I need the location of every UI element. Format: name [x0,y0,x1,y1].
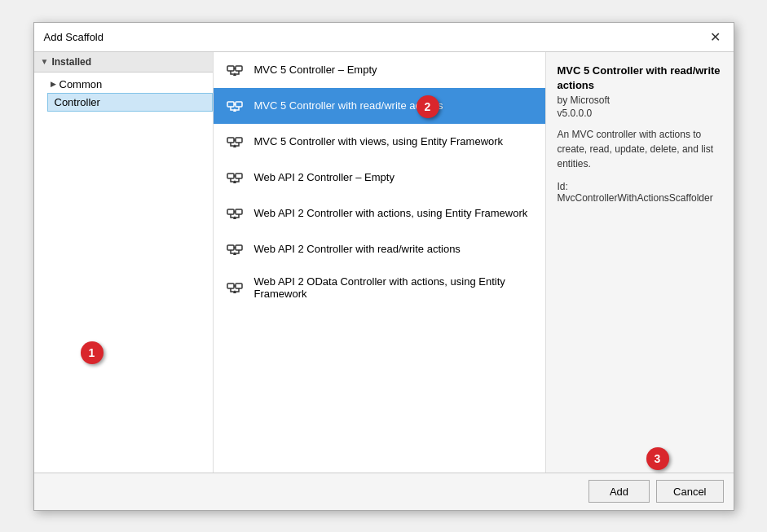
common-triangle: ▶ [51,80,56,88]
controller-icon-7 [225,278,245,297]
installed-triangle: ▼ [41,57,49,66]
svg-rect-10 [236,174,242,178]
svg-rect-4 [236,102,242,107]
dialog-body: ▼ Installed ▶ Common Controller [34,52,734,473]
controller-icon-2 [225,96,245,116]
detail-id-label: Id: [558,181,568,192]
sidebar-tree: ▶ Common Controller [34,73,213,115]
list-item-4-label: Web API 2 Controller – Empty [254,171,395,183]
svg-rect-9 [227,174,234,178]
list-item-3-label: MVC 5 Controller with views, using Entit… [254,135,504,147]
svg-rect-15 [227,245,234,250]
controller-icon-3 [225,132,245,152]
add-button[interactable]: Add [588,480,650,503]
list-item-7-label: Web API 2 OData Controller with actions,… [254,275,534,300]
installed-label: Installed [51,56,91,68]
list-item-5[interactable]: Web API 2 Controller with actions, using… [214,196,545,231]
svg-rect-3 [227,102,234,107]
close-button[interactable]: ✕ [707,29,724,45]
svg-rect-19 [236,284,242,288]
svg-rect-1 [236,66,242,71]
list-item-7[interactable]: Web API 2 OData Controller with actions,… [214,267,545,308]
detail-title: MVC 5 Controller with read/write actions [558,64,722,93]
svg-rect-7 [236,138,242,143]
scaffold-item-list: MVC 5 Controller – Empty MVC 5 Co [214,52,546,473]
list-item-2[interactable]: MVC 5 Controller with read/write actions [214,88,545,124]
svg-rect-18 [227,284,234,288]
controller-icon-1 [225,60,245,80]
list-item-4[interactable]: Web API 2 Controller – Empty [214,160,545,196]
detail-version: v5.0.0.0 [558,108,722,119]
list-item-3[interactable]: MVC 5 Controller with views, using Entit… [214,124,545,160]
detail-panel: MVC 5 Controller with read/write actions… [546,52,734,473]
detail-id-value: MvcControllerWithActionsScaffolder [558,192,713,204]
annotation-2: 2 [417,95,439,118]
svg-rect-0 [227,66,234,71]
annotation-3: 3 [646,447,669,470]
list-item-6[interactable]: Web API 2 Controller with read/write act… [214,231,545,267]
list-item-1-label: MVC 5 Controller – Empty [254,64,377,76]
list-item-5-label: Web API 2 Controller with actions, using… [254,207,528,219]
controller-label: Controller [55,96,100,108]
svg-rect-16 [236,245,242,250]
list-item-1[interactable]: MVC 5 Controller – Empty [214,52,545,88]
list-item-6-label: Web API 2 Controller with read/write act… [254,243,461,255]
detail-author: by Microsoft [558,95,722,106]
bottom-bar: Add Cancel [34,473,734,510]
list-item-2-label: MVC 5 Controller with read/write actions [254,99,443,112]
common-label: Common [60,78,103,90]
svg-rect-6 [227,138,234,143]
dialog-title: Add Scaffold [44,31,104,43]
cancel-button[interactable]: Cancel [656,480,723,503]
sidebar-item-common[interactable]: ▶ Common [34,76,213,93]
controller-icon-4 [225,168,245,187]
annotation-1: 1 [81,341,104,364]
svg-rect-12 [227,209,234,214]
sidebar: ▼ Installed ▶ Common Controller [34,52,214,473]
controller-icon-6 [225,240,245,259]
sidebar-header: ▼ Installed [34,52,213,73]
add-scaffold-dialog: Add Scaffold ✕ ▼ Installed ▶ Common Cont… [33,22,734,511]
detail-description: An MVC controller with actions to create… [558,127,722,171]
detail-id: Id: MvcControllerWithActionsScaffolder [558,181,722,204]
title-bar: Add Scaffold ✕ [34,23,734,52]
svg-rect-13 [236,209,242,214]
sidebar-item-controller[interactable]: Controller [47,93,213,112]
controller-icon-5 [225,204,245,223]
